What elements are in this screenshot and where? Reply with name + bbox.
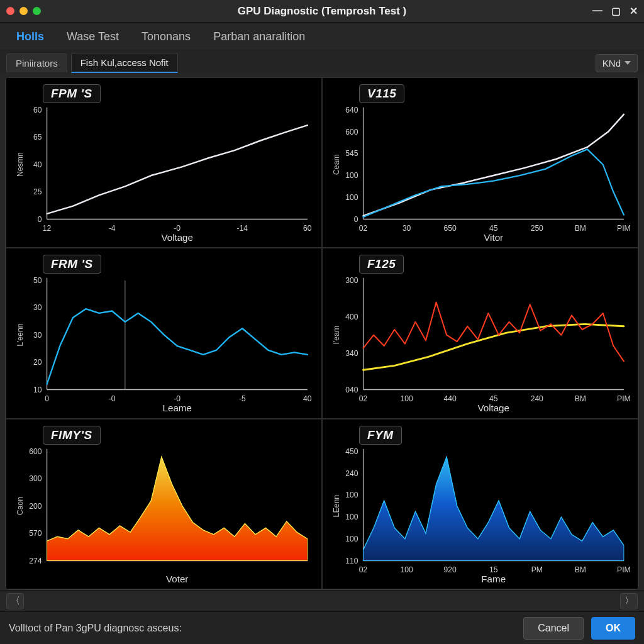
svg-text:640: 640 bbox=[345, 106, 358, 114]
svg-text:440: 440 bbox=[444, 394, 457, 403]
svg-text:340: 340 bbox=[345, 349, 358, 358]
svg-text:545: 545 bbox=[345, 149, 358, 158]
dropdown-label: KNd bbox=[602, 58, 621, 69]
minimize-icon[interactable] bbox=[19, 7, 28, 15]
svg-text:Ceam: Ceam bbox=[332, 154, 341, 175]
chart-title: FYM bbox=[359, 426, 402, 445]
chart-title: FRM 'S bbox=[43, 255, 101, 274]
knd-dropdown[interactable]: KNd bbox=[596, 54, 638, 72]
svg-text:240: 240 bbox=[345, 469, 358, 477]
svg-text:100: 100 bbox=[401, 565, 413, 574]
tab-tononans[interactable]: Tononans bbox=[139, 28, 193, 46]
svg-text:Voltage: Voltage bbox=[161, 232, 193, 243]
svg-text:02: 02 bbox=[359, 394, 368, 403]
svg-text:PM: PM bbox=[531, 565, 543, 574]
footer: Volltoct of Pan 3gPU diagnosc asceus: Ca… bbox=[0, 611, 644, 644]
svg-text:110: 110 bbox=[345, 556, 358, 565]
svg-text:100: 100 bbox=[401, 394, 413, 403]
svg-text:L'eenn: L'eenn bbox=[16, 324, 25, 347]
svg-text:02: 02 bbox=[359, 565, 368, 574]
svg-text:920: 920 bbox=[444, 565, 457, 574]
svg-text:PIM: PIM bbox=[617, 565, 631, 574]
svg-text:274: 274 bbox=[29, 556, 42, 565]
svg-text:250: 250 bbox=[531, 224, 543, 233]
svg-text:45: 45 bbox=[489, 394, 498, 403]
chart-fpm_s: FPM 'S02540656012-4-0-1460NesmnVoltage bbox=[6, 77, 322, 248]
title-bar: GPU Diagnostic (Temprosh Test ) — ▢ ✕ bbox=[0, 0, 644, 23]
svg-text:300: 300 bbox=[29, 474, 42, 483]
svg-text:65: 65 bbox=[33, 133, 42, 142]
svg-text:600: 600 bbox=[29, 447, 42, 456]
window-title: GPU Diagnostic (Temprosh Test ) bbox=[0, 5, 644, 18]
svg-text:650: 650 bbox=[444, 224, 457, 233]
ok-button[interactable]: OK bbox=[591, 617, 635, 640]
svg-text:40: 40 bbox=[303, 394, 312, 403]
svg-text:10: 10 bbox=[33, 386, 42, 394]
main-tab-bar: Holls Wase Test Tononans Parban anaralit… bbox=[0, 23, 644, 50]
svg-text:45: 45 bbox=[489, 224, 498, 233]
svg-text:12: 12 bbox=[43, 224, 52, 233]
svg-text:60: 60 bbox=[303, 224, 312, 233]
svg-text:Fame: Fame bbox=[481, 574, 506, 584]
svg-text:-0: -0 bbox=[174, 394, 180, 403]
svg-text:450: 450 bbox=[345, 447, 358, 456]
subtab-piniirators[interactable]: Piniirators bbox=[6, 53, 67, 72]
svg-text:240: 240 bbox=[531, 394, 543, 403]
svg-text:600: 600 bbox=[345, 128, 358, 136]
svg-text:02: 02 bbox=[359, 224, 368, 233]
svg-text:0: 0 bbox=[38, 215, 42, 224]
traffic-lights bbox=[6, 7, 41, 15]
chart-fimy_s: FIMY'S274570200300600CaonVoter bbox=[6, 419, 322, 589]
svg-text:Nesmn: Nesmn bbox=[16, 152, 25, 177]
chart-grid: FPM 'S02540656012-4-0-1460NesmnVoltageV1… bbox=[5, 77, 639, 590]
svg-text:I'eam: I'eam bbox=[332, 326, 341, 345]
nav-row: 〈 〉 bbox=[0, 590, 644, 611]
svg-text:BM: BM bbox=[575, 394, 586, 403]
chart-fym: FYM1101001001002404500210092015PMBMPIMLE… bbox=[322, 419, 638, 589]
svg-text:-0: -0 bbox=[109, 394, 116, 403]
subtab-fish-kul[interactable]: Fish Kul,access Nofit bbox=[71, 53, 178, 73]
svg-text:PIM: PIM bbox=[617, 394, 631, 403]
svg-text:Voltage: Voltage bbox=[477, 402, 509, 413]
tab-holls[interactable]: Holls bbox=[14, 28, 47, 46]
svg-text:-0: -0 bbox=[174, 224, 180, 233]
next-button[interactable]: 〉 bbox=[620, 593, 638, 609]
svg-text:BM: BM bbox=[575, 224, 586, 233]
svg-text:570: 570 bbox=[29, 529, 42, 538]
tab-parban[interactable]: Parban anaralition bbox=[211, 28, 308, 46]
min-button[interactable]: — bbox=[592, 5, 602, 17]
svg-text:100: 100 bbox=[345, 513, 358, 521]
restore-button[interactable]: ▢ bbox=[611, 5, 621, 17]
chart-frm_s: FRM 'S10203030500-0-0-540L'eennLeame bbox=[6, 248, 322, 418]
svg-text:25: 25 bbox=[33, 187, 42, 196]
svg-text:040: 040 bbox=[345, 386, 358, 394]
svg-text:Voter: Voter bbox=[166, 574, 188, 584]
svg-text:15: 15 bbox=[489, 565, 498, 574]
svg-text:-14: -14 bbox=[237, 224, 248, 233]
app-window: GPU Diagnostic (Temprosh Test ) — ▢ ✕ Ho… bbox=[0, 0, 644, 644]
chart-title: FPM 'S bbox=[43, 84, 101, 103]
svg-text:-5: -5 bbox=[239, 394, 246, 403]
svg-text:Caon: Caon bbox=[16, 497, 25, 515]
svg-text:50: 50 bbox=[33, 276, 42, 285]
close-icon[interactable] bbox=[6, 7, 14, 15]
svg-text:300: 300 bbox=[345, 276, 358, 285]
svg-text:40: 40 bbox=[33, 160, 42, 169]
status-text: Volltoct of Pan 3gPU diagnosc asceus: bbox=[9, 623, 182, 634]
svg-text:0: 0 bbox=[354, 215, 358, 224]
cancel-button[interactable]: Cancel bbox=[523, 617, 584, 640]
svg-text:30: 30 bbox=[402, 224, 411, 233]
svg-text:Vitor: Vitor bbox=[484, 232, 503, 243]
tab-wase-test[interactable]: Wase Test bbox=[64, 28, 121, 46]
maximize-icon[interactable] bbox=[33, 7, 41, 15]
svg-text:30: 30 bbox=[33, 331, 42, 340]
svg-text:-4: -4 bbox=[109, 224, 116, 233]
svg-text:100: 100 bbox=[345, 171, 358, 180]
chart-title: FIMY'S bbox=[43, 426, 101, 445]
chevron-down-icon bbox=[625, 61, 631, 65]
chart-title: F125 bbox=[359, 255, 404, 274]
svg-text:400: 400 bbox=[345, 313, 358, 321]
close-button[interactable]: ✕ bbox=[630, 5, 638, 17]
chart-title: V115 bbox=[359, 84, 404, 103]
prev-button[interactable]: 〈 bbox=[6, 593, 24, 609]
